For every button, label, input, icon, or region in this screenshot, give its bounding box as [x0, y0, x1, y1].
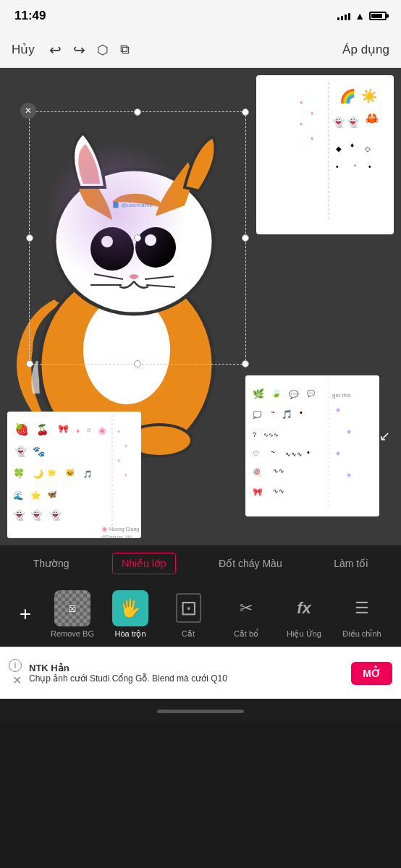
svg-text:⭐: ⭐	[30, 490, 41, 501]
handle-bottom-left[interactable]	[26, 360, 33, 367]
svg-text:♦: ♦	[300, 121, 303, 127]
status-time: 11:49	[14, 9, 46, 23]
svg-text:☀️: ☀️	[361, 88, 378, 104]
tab-nhieu-lop[interactable]: Nhiều lớp	[112, 553, 176, 574]
sticker-sheet-3[interactable]: 🌈 ☀️ 👻 👻 🦀 ◆ ♦ ◇ • ◦ • ♦ ♦ ♦ ♦	[256, 75, 394, 234]
svg-text:🍒: 🍒	[36, 424, 49, 436]
svg-text:♦: ♦	[124, 443, 127, 449]
ad-banner: i ✕ NTK Hản Chụp ảnh cưới Studi Cổng Gỗ.…	[0, 647, 401, 699]
svg-text:🐾: 🐾	[33, 446, 46, 458]
svg-text:◦: ◦	[354, 161, 357, 169]
tab-thuong[interactable]: Thường	[25, 553, 78, 574]
tab-lam-toi[interactable]: Làm tối	[325, 553, 376, 574]
svg-text:◆: ◆	[336, 450, 341, 456]
svg-text:💬: 💬	[289, 389, 299, 399]
tools-scroll: ⊠ Remove BG 🖐 Hòa trộn ⊡ Cắt ✂ Cắt bổ	[43, 590, 394, 639]
cat-bo-label: Cắt bổ	[234, 629, 258, 639]
svg-text:🦋: 🦋	[47, 489, 57, 499]
signal-icon	[337, 12, 350, 20]
handle-middle-right[interactable]	[242, 234, 249, 242]
tool-hieu-ung[interactable]: fx Hiệu Ứng	[275, 590, 333, 639]
svg-text:🌿: 🌿	[253, 388, 265, 400]
add-button[interactable]: +	[7, 596, 43, 632]
eraser-button[interactable]: ⬡	[97, 42, 109, 58]
handle-middle-left[interactable]	[26, 234, 33, 242]
toolbar-icons: ↩ ↪ ⬡ ⧉	[49, 41, 130, 59]
svg-text:•: •	[368, 163, 371, 171]
ad-close-button[interactable]: ✕	[12, 673, 22, 687]
status-icons: ▲	[337, 10, 387, 22]
svg-text:∿∿∿: ∿∿∿	[285, 451, 303, 458]
svg-text:🎵: 🎵	[83, 469, 93, 479]
svg-text:♦: ♦	[117, 457, 120, 464]
handle-bottom-middle[interactable]	[134, 360, 141, 367]
svg-text:♦: ♦	[124, 472, 127, 478]
svg-text:◆: ◆	[336, 145, 342, 153]
apply-button[interactable]: Áp dụng	[342, 42, 389, 57]
svg-text:♦: ♦	[350, 141, 354, 149]
svg-text:🌸 Huong Giang: 🌸 Huong Giang	[101, 526, 139, 532]
status-bar: 11:49 ▲	[0, 0, 401, 32]
svg-text:💬: 💬	[307, 389, 316, 398]
svg-text:•: •	[307, 448, 310, 456]
svg-text:◆: ◆	[347, 472, 352, 478]
svg-text:a: a	[87, 426, 90, 433]
svg-text:?: ?	[253, 431, 256, 438]
remove-bg-label: Remove BG	[51, 629, 94, 638]
svg-text:•: •	[300, 408, 303, 417]
undo-button[interactable]: ↩	[49, 41, 62, 59]
svg-text:♦: ♦	[311, 110, 313, 116]
svg-text:🌈: 🌈	[339, 88, 356, 104]
selection-box[interactable]	[29, 111, 246, 365]
svg-text:🍃: 🍃	[271, 387, 282, 398]
layers-button[interactable]: ⧉	[120, 42, 130, 57]
svg-text:🌙: 🌙	[33, 468, 43, 479]
ad-description: Chụp ảnh cưới Studi Cổng Gỗ. Blend mà cư…	[29, 673, 344, 684]
sticker-sheet-1[interactable]: 🍓 🍒 🎀 ♦ a 🌸 👻 🐾 🍀 🌙 🌟 🐱 🎵 🌊 ⭐ 🦋 👻 👻 👻 🌸 …	[7, 412, 141, 538]
cat-icon: ⊡	[170, 590, 206, 626]
canvas-area: 🌈 ☀️ 👻 👻 🦀 ◆ ♦ ◇ • ◦ • ♦ ♦ ♦ ♦	[0, 68, 401, 545]
svg-text:🍭: 🍭	[253, 467, 263, 477]
svg-text:🌊: 🌊	[13, 490, 24, 501]
hieu-ung-label: Hiệu Ứng	[287, 629, 321, 639]
redo-button[interactable]: ↪	[73, 41, 85, 59]
hieu-ung-icon: fx	[286, 590, 322, 626]
handle-top-middle[interactable]	[134, 109, 141, 116]
svg-text:👻: 👻	[347, 116, 360, 129]
svg-text:♦: ♦	[117, 428, 120, 435]
svg-text:♦: ♦	[76, 427, 80, 435]
svg-text:🌟: 🌟	[47, 468, 56, 477]
handle-top-right[interactable]	[242, 109, 249, 116]
scale-button[interactable]: ↙	[379, 428, 390, 444]
svg-text:👻: 👻	[14, 446, 28, 458]
handle-bottom-right[interactable]	[242, 360, 249, 367]
handle-center[interactable]	[134, 234, 141, 242]
svg-text:∿∿∿: ∿∿∿	[263, 432, 279, 438]
bottom-tools: + ⊠ Remove BG 🖐 Hòa trộn ⊡ Cắt ✂	[0, 582, 401, 647]
ad-title: NTK Hản	[29, 663, 344, 673]
svg-text:🎀: 🎀	[253, 487, 263, 497]
tool-cat[interactable]: ⊡ Cắt	[159, 590, 217, 639]
tool-dieu-chinh[interactable]: ☰ Điều chỉnh	[333, 590, 391, 639]
svg-text:💭: 💭	[253, 410, 262, 420]
rotate-button[interactable]: ↻	[383, 103, 394, 119]
home-indicator	[0, 699, 401, 723]
toolbar-left: Hủy ↩ ↪ ⬡ ⧉	[12, 41, 130, 59]
tool-cat-bo[interactable]: ✂ Cắt bổ	[217, 590, 275, 639]
hoa-tron-icon: 🖐	[112, 590, 148, 626]
sticker-sheet-2[interactable]: 🌿 🍃 💬 💬 get this 💭 ~ 🎵 • ? ∿∿∿ ♡ ~ ∿∿∿ •…	[245, 375, 379, 516]
svg-text:🐱: 🐱	[65, 467, 75, 477]
svg-text:♦: ♦	[311, 135, 313, 142]
tool-remove-bg[interactable]: ⊠ Remove BG	[43, 590, 101, 638]
close-selection-button[interactable]: ✕	[20, 103, 36, 119]
svg-text:♡: ♡	[253, 450, 259, 458]
svg-text:~: ~	[271, 448, 275, 456]
svg-text:~: ~	[271, 409, 275, 417]
svg-text:👻: 👻	[49, 509, 62, 522]
tab-dot-chay-mau[interactable]: Đốt cháy Màu	[210, 553, 291, 574]
ad-info-icon: i	[9, 659, 22, 672]
cancel-button[interactable]: Hủy	[12, 42, 35, 57]
ad-open-button[interactable]: MỞ	[351, 662, 392, 685]
svg-text:🍓: 🍓	[14, 422, 29, 436]
tool-hoa-tron[interactable]: 🖐 Hòa trộn	[101, 590, 159, 639]
